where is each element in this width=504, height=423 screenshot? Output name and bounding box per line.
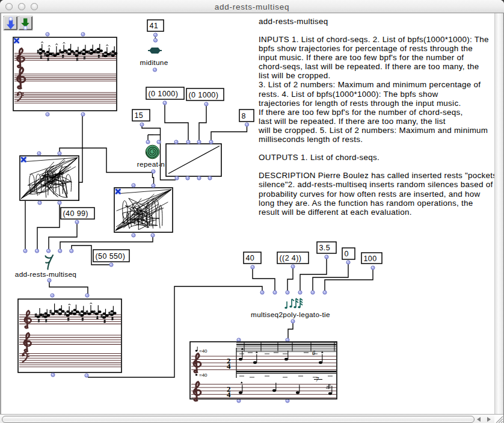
svg-text:6: 6 [312,350,315,356]
svg-text:0: 0 [345,250,349,258]
svg-text:4: 4 [227,390,231,399]
svg-text:(50 550): (50 550) [96,252,126,261]
svg-text:15: 15 [135,111,144,120]
svg-text:(0 1000): (0 1000) [189,91,219,99]
svg-text:4: 4 [227,362,231,371]
svg-text:repeat-n: repeat-n [137,160,165,168]
svg-text:((2 4)): ((2 4)) [280,254,302,262]
svg-text:(40 99): (40 99) [63,209,88,218]
svg-text:(0 1000): (0 1000) [149,90,179,98]
svg-text:100: 100 [364,255,377,263]
svg-text:add-rests-multiseq: add-rests-multiseq [15,270,76,279]
svg-text:miditune: miditune [140,58,168,67]
svg-text:3.5: 3.5 [319,244,331,252]
svg-text:=40: =40 [199,372,207,378]
svg-text:=40: =40 [199,348,207,354]
svg-text:41: 41 [150,22,159,30]
svg-text:40: 40 [246,254,255,262]
svg-text:multiseq2poly-legato-tie: multiseq2poly-legato-tie [251,310,330,319]
svg-text:8: 8 [242,112,246,120]
